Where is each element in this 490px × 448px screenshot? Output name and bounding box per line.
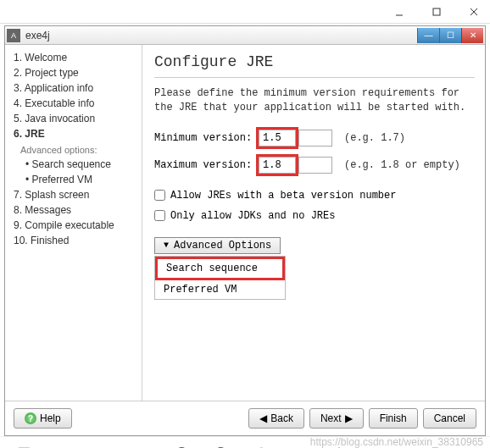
arrow-right-icon: ▶ [345, 412, 353, 424]
step-splash-screen[interactable]: 7. Splash screen [14, 187, 138, 202]
close-button[interactable]: ✕ [461, 28, 483, 43]
wizard-footer: ? Help ◀ Back Next ▶ Finish Cancel [5, 401, 485, 435]
step-application-info[interactable]: 3. Application info [14, 80, 138, 96]
next-button[interactable]: Next ▶ [309, 408, 364, 429]
step-messages[interactable]: 8. Messages [14, 202, 138, 218]
only-jdk-label: Only allow JDKs and no JREs [170, 210, 335, 222]
minimize-button[interactable]: — [417, 28, 439, 43]
wizard-sidebar: 1. Welcome 2. Project type 3. Applicatio… [5, 45, 142, 401]
finish-button[interactable]: Finish [369, 408, 418, 429]
version-highlight-max [256, 154, 298, 176]
min-version-input[interactable] [259, 130, 296, 147]
max-version-hint: (e.g. 1.8 or empty) [344, 159, 460, 171]
maximize-button[interactable]: ☐ [439, 28, 461, 43]
min-version-label: Minimum version: [154, 132, 256, 144]
allow-beta-label: Allow JREs with a beta version number [170, 190, 396, 202]
help-icon: ? [25, 412, 36, 424]
app-titlebar: A exe4j — ☐ ✕ [5, 26, 485, 45]
advanced-options-toggle[interactable]: ▼ Advanced Options [154, 237, 281, 254]
page-description: Please define the minimum version requir… [154, 86, 475, 115]
outer-close-button[interactable] [461, 3, 487, 20]
main-panel: Configure JRE Please define the minimum … [142, 45, 485, 401]
app-title: exe4j [25, 30, 417, 41]
app-window: A exe4j — ☐ ✕ 1. Welcome 2. Project type… [4, 25, 486, 436]
title-divider [154, 77, 475, 78]
advanced-options-list: Search sequence Preferred VM [154, 256, 286, 300]
min-version-extra-input[interactable] [298, 130, 332, 147]
outer-maximize-button[interactable] [424, 3, 449, 20]
app-icon: A [7, 29, 20, 42]
advanced-options-header: Advanced options: [14, 141, 138, 157]
outer-window-titlebar [0, 0, 490, 24]
step-welcome[interactable]: 1. Welcome [14, 50, 138, 65]
version-highlight [256, 127, 298, 149]
step-java-invocation[interactable]: 5. Java invocation [14, 111, 138, 126]
help-button[interactable]: ? Help [14, 408, 72, 429]
max-version-label: Maximum version: [154, 159, 256, 171]
page-title: Configure JRE [154, 53, 475, 70]
step-jre[interactable]: 6. JRE [14, 126, 138, 141]
adv-item-search-sequence[interactable]: Search sequence [155, 257, 285, 280]
step-compile-executable[interactable]: 9. Compile executable [14, 218, 138, 233]
min-version-hint: (e.g. 1.7) [344, 132, 405, 144]
cancel-button[interactable]: Cancel [423, 408, 476, 429]
svg-rect-1 [433, 8, 440, 15]
max-version-input[interactable] [259, 157, 296, 174]
substep-search-sequence[interactable]: Search sequence [14, 157, 138, 172]
chevron-down-icon: ▼ [164, 241, 169, 250]
advanced-options-label: Advanced Options [174, 240, 271, 252]
step-executable-info[interactable]: 4. Executable info [14, 96, 138, 111]
max-version-extra-input[interactable] [298, 157, 332, 174]
outer-minimize-button[interactable] [387, 3, 412, 20]
adv-item-preferred-vm[interactable]: Preferred VM [155, 280, 285, 299]
allow-beta-checkbox[interactable] [154, 190, 165, 201]
back-button[interactable]: ◀ Back [248, 408, 304, 429]
step-finished[interactable]: 10. Finished [14, 233, 138, 248]
step-project-type[interactable]: 2. Project type [14, 65, 138, 80]
substep-preferred-vm[interactable]: Preferred VM [14, 172, 138, 187]
only-jdk-checkbox[interactable] [154, 210, 165, 221]
arrow-left-icon: ◀ [259, 412, 267, 424]
watermark: https://blog.csdn.net/weixin_38310965 [310, 436, 483, 448]
